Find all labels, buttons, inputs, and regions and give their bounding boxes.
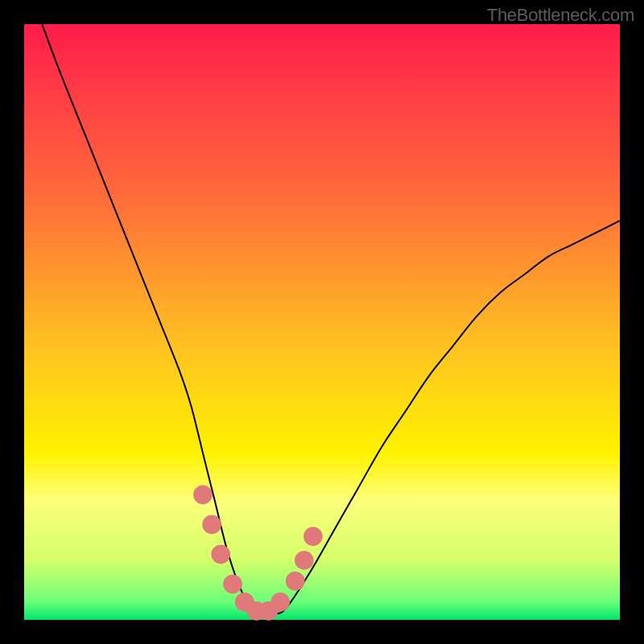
watermark: TheBottleneck.com <box>487 5 634 26</box>
threshold-point <box>295 551 314 570</box>
bottleneck-curve <box>42 24 620 615</box>
threshold-point <box>303 527 323 547</box>
chart-plot <box>24 24 620 620</box>
threshold-point <box>223 575 242 594</box>
threshold-point <box>270 592 290 612</box>
threshold-point <box>286 572 305 591</box>
threshold-point <box>193 485 213 505</box>
bottleneck-chart <box>24 24 620 620</box>
threshold-point <box>211 545 230 564</box>
threshold-point <box>202 515 221 535</box>
threshold-markers <box>193 485 323 621</box>
